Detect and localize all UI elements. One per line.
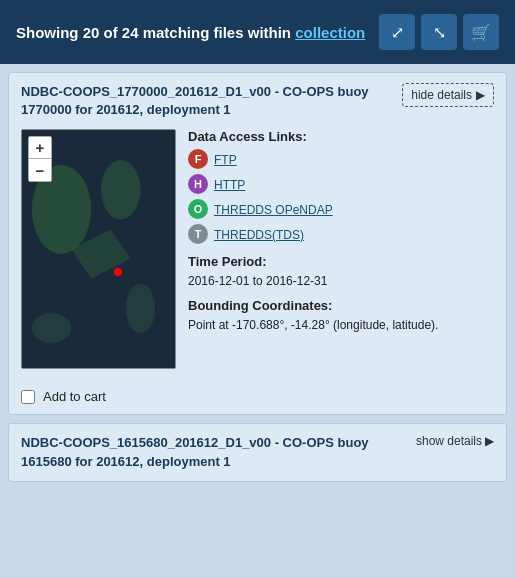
- map-zoom-controls[interactable]: + −: [28, 136, 52, 182]
- data-links: F FTP H HTTP O THREDDS OPeNDAP T THREDDS…: [188, 149, 494, 244]
- card-1-title: NDBC-COOPS_1770000_201612_D1_v00 - CO-OP…: [21, 83, 392, 119]
- show-details-label: show details: [416, 434, 482, 448]
- show-details-button[interactable]: show details ▶: [416, 434, 494, 448]
- tds-badge: T: [188, 224, 208, 244]
- cart-label: Add to cart: [43, 389, 106, 404]
- zoom-out-button[interactable]: −: [29, 159, 51, 181]
- tds-link[interactable]: THREDDS(TDS): [214, 228, 304, 242]
- bounding-title: Bounding Coordinates:: [188, 298, 494, 313]
- time-period-value: 2016-12-01 to 2016-12-31: [188, 274, 494, 288]
- zoom-in-button[interactable]: +: [29, 137, 51, 159]
- time-period-title: Time Period:: [188, 254, 494, 269]
- chevron-right-icon: ▶: [476, 88, 485, 102]
- card-2-header: NDBC-COOPS_1615680_201612_D1_v00 - CO-OP…: [21, 434, 494, 470]
- header-summary: Showing 20 of 24 matching files within c…: [16, 24, 367, 41]
- hide-details-button[interactable]: hide details ▶: [402, 83, 494, 107]
- opendap-link-text: THREDDS OPeNDAP: [214, 202, 333, 217]
- result-card-1: NDBC-COOPS_1770000_201612_D1_v00 - CO-OP…: [8, 72, 507, 415]
- result-card-2: NDBC-COOPS_1615680_201612_D1_v00 - CO-OP…: [8, 423, 507, 481]
- map-container[interactable]: + −: [21, 129, 176, 369]
- card-1-body: + − Data Access Links: F FTP H HTTP O TH…: [21, 129, 494, 369]
- tds-link-row: T THREDDS(TDS): [188, 224, 494, 244]
- svg-point-2: [101, 161, 140, 220]
- card-1-info: Data Access Links: F FTP H HTTP O THREDD…: [188, 129, 494, 369]
- http-link[interactable]: HTTP: [214, 178, 245, 192]
- tds-link-text: THREDDS(TDS): [214, 227, 304, 242]
- http-link-row: H HTTP: [188, 174, 494, 194]
- opendap-badge: O: [188, 199, 208, 219]
- svg-point-5: [32, 314, 71, 344]
- collapse-button[interactable]: ⤡: [421, 14, 457, 50]
- bounding-value: Point at -170.688°, -14.28° (longitude, …: [188, 318, 494, 332]
- http-link-text: HTTP: [214, 177, 245, 192]
- ftp-link-row: F FTP: [188, 149, 494, 169]
- ftp-link[interactable]: FTP: [214, 153, 237, 167]
- card-1-header: NDBC-COOPS_1770000_201612_D1_v00 - CO-OP…: [21, 83, 494, 119]
- header-buttons: ⤢ ⤡ 🛒: [379, 14, 499, 50]
- chevron-right-icon: ▶: [485, 434, 494, 448]
- ftp-badge: F: [188, 149, 208, 169]
- cart-button[interactable]: 🛒: [463, 14, 499, 50]
- http-badge: H: [188, 174, 208, 194]
- summary-text: Showing 20 of 24 matching files within: [16, 24, 291, 41]
- add-to-cart-checkbox[interactable]: [21, 390, 35, 404]
- data-access-title: Data Access Links:: [188, 129, 494, 144]
- collection-link[interactable]: collection: [295, 24, 365, 41]
- cart-row: Add to cart: [21, 381, 494, 404]
- ftp-link-text: FTP: [214, 152, 237, 167]
- expand-button[interactable]: ⤢: [379, 14, 415, 50]
- header-bar: Showing 20 of 24 matching files within c…: [0, 0, 515, 64]
- details-toggle-label: hide details: [411, 88, 472, 102]
- card-2-title: NDBC-COOPS_1615680_201612_D1_v00 - CO-OP…: [21, 434, 406, 470]
- opendap-link[interactable]: THREDDS OPeNDAP: [214, 203, 333, 217]
- opendap-link-row: O THREDDS OPeNDAP: [188, 199, 494, 219]
- svg-point-4: [126, 284, 156, 333]
